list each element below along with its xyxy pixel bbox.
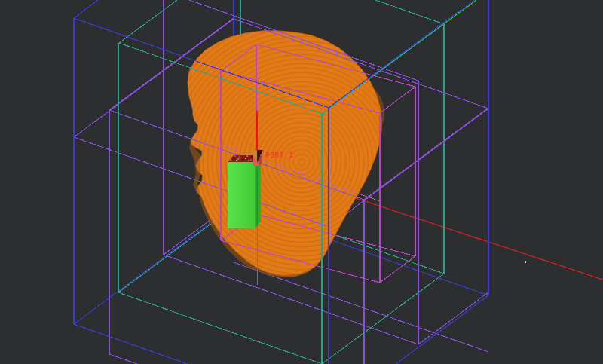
viewport-canvas[interactable]: PORT_1 (0, 0, 603, 364)
phone-model[interactable] (228, 153, 262, 228)
cursor-dot (525, 261, 526, 263)
body-right-stripe (256, 159, 258, 227)
port-label: PORT_1 (265, 151, 294, 159)
simulation-viewport[interactable]: PORT_1 (0, 0, 603, 364)
body-front (228, 162, 255, 228)
